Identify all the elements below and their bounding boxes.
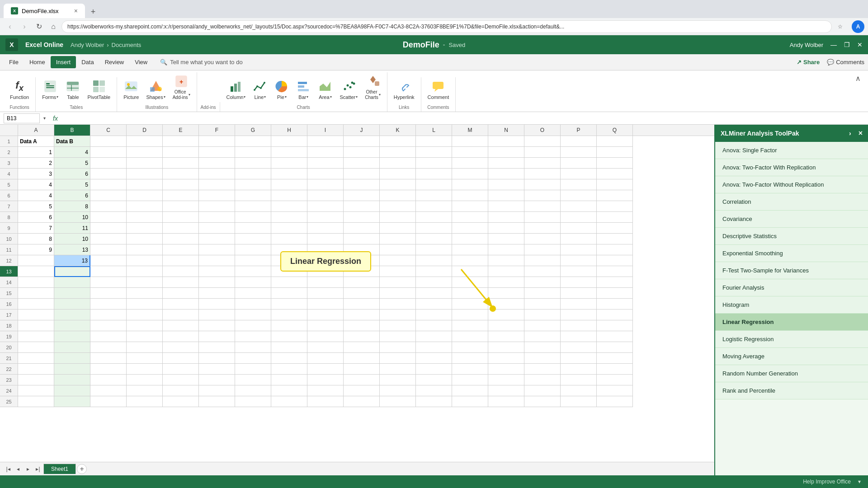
cell-a10[interactable]: 8 [18,234,54,244]
cell-q7[interactable] [597,201,633,212]
cell-c2[interactable] [90,147,127,158]
cell-g6[interactable] [235,190,271,201]
cell-j4[interactable] [344,169,380,179]
cell-c13[interactable] [90,266,127,277]
shapes-button[interactable]: Shapes▾ [143,77,168,102]
cell-b10[interactable]: 10 [54,234,90,244]
sheet-next-button[interactable]: ▸ [24,465,33,474]
cell-m7[interactable] [452,201,488,212]
cell-c12[interactable] [90,255,127,266]
refresh-button[interactable]: ↻ [33,20,45,33]
cell-p9[interactable] [561,223,597,234]
cell-g12[interactable] [235,255,271,266]
cell-q6[interactable] [597,190,633,201]
cell-g5[interactable] [235,179,271,190]
bar-chart-button[interactable]: Bar▾ [293,77,313,102]
cell-c3[interactable] [90,158,127,169]
tell-me-box[interactable]: 🔍 Tell me what you want to do [160,59,242,66]
minimize-button[interactable]: — [830,41,837,48]
cell-e1[interactable] [163,136,199,147]
cell-i6[interactable] [307,190,344,201]
cell-o4[interactable] [524,169,561,179]
cell-l5[interactable] [416,179,452,190]
cell-n13[interactable] [488,266,524,277]
cell-b12[interactable]: 13 [54,255,90,266]
panel-item-anova-two-rep[interactable]: Anova: Two-Factor With Replication [715,159,868,176]
cell-l1[interactable] [416,136,452,147]
cell-b13[interactable] [54,266,90,277]
cell-k13[interactable] [380,266,416,277]
cell-d11[interactable] [127,244,163,255]
cell-b11[interactable]: 13 [54,244,90,255]
cell-a12[interactable] [18,255,54,266]
menu-item-home[interactable]: Home [24,56,51,68]
cell-e4[interactable] [163,169,199,179]
comment-button[interactable]: Comment [425,77,452,102]
cell-j5[interactable] [344,179,380,190]
picture-button[interactable]: Picture [121,77,142,102]
area-chart-button[interactable]: Area▾ [315,77,335,102]
menu-item-data[interactable]: Data [76,56,99,68]
cell-k1[interactable] [380,136,416,147]
address-bar[interactable]: https://wolberworks-my.sharepoint.com/:x… [61,20,832,33]
cell-k5[interactable] [380,179,416,190]
cell-c7[interactable] [90,201,127,212]
cell-f8[interactable] [199,212,235,223]
sheet1-tab[interactable]: Sheet1 [43,464,76,474]
cell-m13[interactable] [452,266,488,277]
cell-n2[interactable] [488,147,524,158]
cell-f12[interactable] [199,255,235,266]
menu-item-insert[interactable]: Insert [51,56,76,68]
cell-l7[interactable] [416,201,452,212]
panel-item-anova-two-norep[interactable]: Anova: Two-Factor Without Replication [715,176,868,193]
cell-n5[interactable] [488,179,524,190]
other-charts-button[interactable]: OtherCharts▾ [362,72,383,102]
cell-o3[interactable] [524,158,561,169]
panel-item-anova-single[interactable]: Anova: Single Factor [715,142,868,159]
cell-m4[interactable] [452,169,488,179]
line-chart-button[interactable]: Line▾ [250,77,270,102]
cell-o2[interactable] [524,147,561,158]
cell-h3[interactable] [271,158,307,169]
cell-n11[interactable] [488,244,524,255]
cell-b6[interactable]: 6 [54,190,90,201]
menu-item-review[interactable]: Review [99,56,130,68]
cell-o7[interactable] [524,201,561,212]
back-button[interactable]: ‹ [4,20,16,33]
cell-e8[interactable] [163,212,199,223]
cell-d2[interactable] [127,147,163,158]
cell-k2[interactable] [380,147,416,158]
cell-l2[interactable] [416,147,452,158]
col-header-c[interactable]: C [90,125,127,136]
cell-c1[interactable] [90,136,127,147]
name-box[interactable]: B13 [4,113,40,123]
forward-button[interactable]: › [18,20,31,33]
cell-a9[interactable]: 7 [18,223,54,234]
cell-n9[interactable] [488,223,524,234]
cell-d9[interactable] [127,223,163,234]
status-scroll-down[interactable]: ▾ [858,479,861,485]
cell-p13[interactable] [561,266,597,277]
cell-q13[interactable] [597,266,633,277]
cell-e11[interactable] [163,244,199,255]
col-header-e[interactable]: E [163,125,199,136]
cell-m6[interactable] [452,190,488,201]
col-header-a[interactable]: A [18,125,54,136]
col-header-g[interactable]: G [235,125,271,136]
cell-q9[interactable] [597,223,633,234]
panel-item-exponential-smoothing[interactable]: Exponential Smoothing [715,245,868,262]
cell-o5[interactable] [524,179,561,190]
cell-o11[interactable] [524,244,561,255]
cell-l3[interactable] [416,158,452,169]
column-chart-button[interactable]: Column▾ [224,77,249,102]
active-tab[interactable]: X DemoFile.xlsx × [4,4,85,18]
cell-i4[interactable] [307,169,344,179]
col-header-i[interactable]: I [307,125,344,136]
cell-f1[interactable] [199,136,235,147]
cell-b4[interactable]: 6 [54,169,90,179]
panel-item-linear-regression[interactable]: Linear Regression [715,314,868,331]
cell-k6[interactable] [380,190,416,201]
cell-m11[interactable] [452,244,488,255]
panel-item-descriptive-stats[interactable]: Descriptive Statistics [715,228,868,245]
panel-item-logistic-regression[interactable]: Logistic Regression [715,331,868,348]
